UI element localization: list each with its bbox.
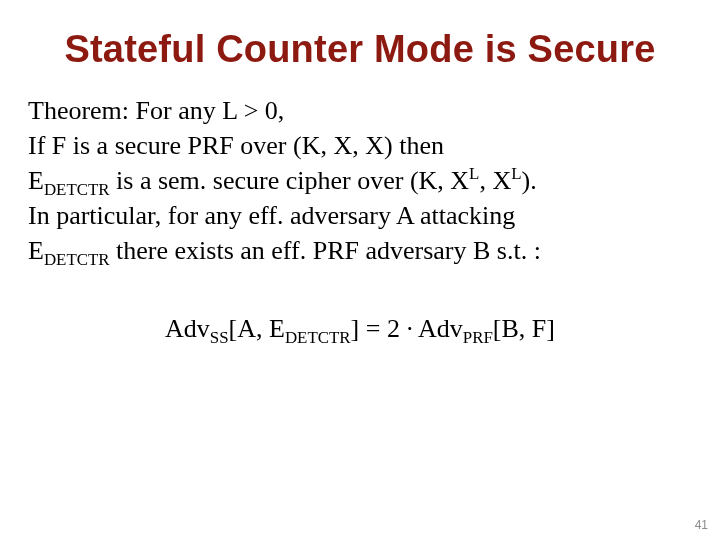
theorem-line-3: EDETCTR is a sem. secure cipher over (K,…: [28, 163, 692, 198]
text: ] = 2 · Adv: [351, 314, 463, 343]
slide-title: Stateful Counter Mode is Secure: [28, 28, 692, 71]
theorem-line-1: Theorem: For any L > 0,: [28, 93, 692, 128]
text: , X: [479, 166, 511, 195]
subscript-prf: PRF: [463, 329, 493, 348]
text: ).: [522, 166, 537, 195]
theorem-line-5: EDETCTR there exists an eff. PRF adversa…: [28, 233, 692, 268]
advantage-equation: AdvSS[A, EDETCTR] = 2 · AdvPRF[B, F]: [28, 314, 692, 344]
text: [B, F]: [493, 314, 555, 343]
text: E: [28, 236, 44, 265]
theorem-line-4: In particular, for any eff. adversary A …: [28, 198, 692, 233]
text: Adv: [165, 314, 210, 343]
text: E: [28, 166, 44, 195]
superscript-l: L: [511, 165, 521, 184]
text: [A, E: [229, 314, 285, 343]
superscript-l: L: [469, 165, 479, 184]
theorem-line-2: If F is a secure PRF over (K, X, X) then: [28, 128, 692, 163]
text: In particular, for any eff. adversary A …: [28, 201, 515, 230]
text: Theorem: For any L > 0,: [28, 96, 284, 125]
subscript-detctr: DETCTR: [44, 251, 110, 270]
slide: Stateful Counter Mode is Secure Theorem:…: [0, 0, 720, 540]
page-number: 41: [695, 518, 708, 532]
text: If F is a secure PRF over (K, X, X) then: [28, 131, 444, 160]
theorem-body: Theorem: For any L > 0, If F is a secure…: [28, 93, 692, 268]
text: there exists an eff. PRF adversary B s.t…: [110, 236, 541, 265]
subscript-ss: SS: [210, 329, 229, 348]
subscript-detctr: DETCTR: [44, 180, 110, 199]
subscript-detctr: DETCTR: [285, 329, 351, 348]
text: is a sem. secure cipher over (K, X: [110, 166, 470, 195]
